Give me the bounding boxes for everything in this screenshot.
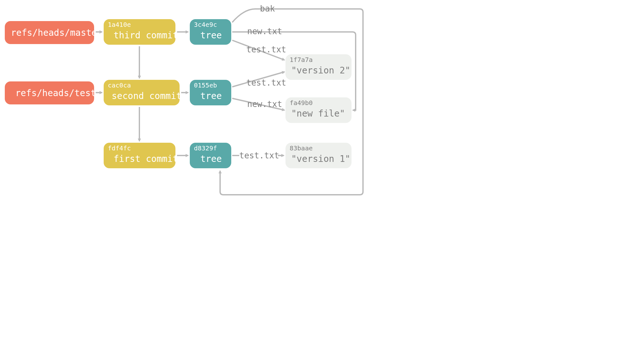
blob-nf-sha: fa49b0 <box>290 99 313 107</box>
edge-bak-label: bak <box>260 4 275 13</box>
tree-2-sha: 0155eb <box>194 81 217 89</box>
tree-3-label: tree <box>200 30 222 41</box>
edge-tree2-new-label: new.txt <box>247 99 282 109</box>
blob-v2-sha: 1f7a7a <box>290 56 313 64</box>
commit-first-box: fdf4fc first commit <box>104 143 178 168</box>
blob-v1-sha: 83baae <box>290 144 313 152</box>
edge-tree2-test-label: test.txt <box>246 78 286 87</box>
commit-first-label: first commit <box>114 154 178 164</box>
commit-second-label: second commit <box>112 91 181 101</box>
edge-tree3-test: test.txt <box>232 40 286 60</box>
tree-3-sha: 3c4e9c <box>194 21 217 28</box>
commit-third-box: 1a410e third commit <box>104 19 178 45</box>
blob-v2-box: 1f7a7a "version 2" <box>285 54 352 80</box>
tree-2-label: tree <box>200 91 222 101</box>
tree-3-box: 3c4e9c tree <box>190 19 231 45</box>
commit-third-sha: 1a410e <box>108 21 131 28</box>
commit-first-sha: fdf4fc <box>108 144 131 152</box>
ref-master-box: refs/heads/master <box>5 21 102 44</box>
commit-second-sha: cac0ca <box>108 81 131 89</box>
tree-2-box: 0155eb tree <box>190 80 231 105</box>
ref-test-label: refs/heads/test <box>15 88 96 98</box>
edge-tree1-test-label: test.txt <box>239 151 279 160</box>
commit-third-label: third commit <box>114 30 178 41</box>
edge-tree3-test-label: test.txt <box>246 45 286 54</box>
blob-nf-label: "new file" <box>291 108 345 119</box>
edge-tree2-test: test.txt <box>232 72 286 87</box>
commit-second-box: cac0ca second commit <box>104 80 181 105</box>
tree-1-sha: d8329f <box>194 144 217 152</box>
ref-test-box: refs/heads/test <box>5 81 96 104</box>
blob-v1-box: 83baae "version 1" <box>285 143 352 168</box>
edge-tree3-new-label: new.txt <box>247 27 282 36</box>
blob-nf-box: fa49b0 "new file" <box>285 97 352 123</box>
edge-tree2-new: new.txt <box>232 98 285 110</box>
git-objects-diagram: refs/heads/master refs/heads/test 1a410e… <box>0 0 483 256</box>
ref-master-label: refs/heads/master <box>11 27 102 38</box>
tree-1-box: d8329f tree <box>190 143 231 168</box>
blob-v1-label: "version 1" <box>291 154 350 164</box>
tree-1-label: tree <box>200 154 222 164</box>
edge-tree1-test: test.txt <box>232 151 284 160</box>
blob-v2-label: "version 2" <box>291 65 350 76</box>
